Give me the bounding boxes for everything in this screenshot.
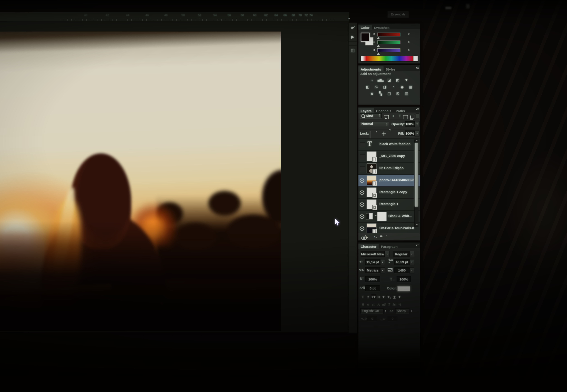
invert-icon[interactable]: ◙ <box>369 91 375 97</box>
filter-adjustment-icon[interactable]: ◐ <box>391 113 396 118</box>
exposure-icon[interactable]: ◩ <box>395 77 401 83</box>
selective-color-icon[interactable]: ⊠ <box>395 91 401 97</box>
workspace-switcher-button[interactable]: Essentials <box>387 11 409 18</box>
layer-thumbnail[interactable] <box>367 187 376 197</box>
visibility-eye-icon[interactable] <box>360 226 364 231</box>
visibility-eye-icon[interactable] <box>360 214 364 219</box>
blue-value[interactable]: 0 <box>403 48 410 52</box>
curves-icon[interactable]: ◪ <box>386 77 392 83</box>
scroll-down-icon[interactable]: ▼ <box>416 224 418 226</box>
layer-thumbnail[interactable] <box>367 199 376 209</box>
channel-mixer-icon[interactable]: ◉ <box>399 84 405 90</box>
blue-slider[interactable] <box>377 48 401 52</box>
gradient-map-icon[interactable]: ▥ <box>403 91 409 97</box>
actions-panel-icon[interactable]: ▶ <box>349 32 357 42</box>
spectrum-white-swatch[interactable] <box>413 56 418 61</box>
filter-pixel-icon[interactable] <box>384 114 389 120</box>
vertical-scale-field[interactable]: 100% <box>365 276 380 282</box>
layer-thumbnail[interactable] <box>367 163 376 173</box>
levels-icon[interactable]: ▅▇▃ <box>377 77 384 83</box>
superscript-button[interactable]: T¹ <box>381 294 387 300</box>
ligatures-button[interactable]: fi <box>360 302 365 307</box>
layer-row[interactable]: T black white fashion <box>359 139 420 151</box>
layer-mask-thumbnail[interactable] <box>377 212 387 221</box>
layer-row[interactable]: 02 Com Edição <box>359 163 420 175</box>
color-spectrum-ramp[interactable] <box>360 56 418 62</box>
lock-transparency-icon[interactable] <box>370 132 371 138</box>
visibility-toggle-off[interactable] <box>360 142 365 147</box>
swash-button[interactable]: T <box>387 302 392 307</box>
font-style-field[interactable]: Regular <box>393 251 409 257</box>
filter-smart-object-icon[interactable] <box>409 113 414 120</box>
layer-row[interactable]: Rectangle 1 <box>359 199 420 211</box>
tab-color[interactable]: Color <box>359 25 372 30</box>
layer-thumbnail[interactable] <box>367 175 376 185</box>
language-dropdown[interactable]: English: UK <box>360 308 384 314</box>
layer-thumbnail[interactable] <box>367 152 376 161</box>
layer-thumbnail[interactable] <box>367 224 376 233</box>
color-balance-icon[interactable]: ⚖ <box>373 84 379 90</box>
stylistic-alternates-button[interactable]: A <box>376 302 381 307</box>
panel-menu-icon[interactable]: ▾☰ <box>416 66 419 69</box>
font-size-field[interactable]: 15,14 pt <box>365 259 380 265</box>
font-family-dropdown-icon[interactable]: ▼ <box>385 251 389 257</box>
tracking-field[interactable]: 1480 <box>394 267 409 273</box>
layer-row[interactable]: Rectangle 1 copy <box>359 187 420 199</box>
visibility-toggle-off[interactable] <box>360 166 365 171</box>
kerning-dropdown-icon[interactable]: ▼ <box>380 267 385 273</box>
ordinals-button[interactable]: 1st <box>392 302 397 307</box>
tab-character[interactable]: Character <box>359 244 379 249</box>
tab-styles[interactable]: Styles <box>383 66 398 71</box>
leading-dropdown-icon[interactable]: ▼ <box>409 259 414 265</box>
me-value-field[interactable]: 0 <box>388 316 398 321</box>
filter-kind-dropdown[interactable]: Kind ▲▼ <box>360 113 382 118</box>
faux-italic-button[interactable]: T <box>365 294 371 300</box>
subscript-button[interactable]: T₁ <box>387 294 392 300</box>
visibility-eye-icon[interactable] <box>360 190 364 195</box>
history-panel-icon[interactable]: ▰ʹ <box>349 23 357 32</box>
me-value-field[interactable]: 0 <box>367 316 377 321</box>
adjustment-layer-icon[interactable] <box>366 213 373 219</box>
anti-alias-dropdown[interactable]: Sharp <box>395 308 410 314</box>
layer-row[interactable]: ⚯ Black & Whit... <box>359 211 420 223</box>
underline-button[interactable]: T <box>392 294 397 300</box>
kerning-field[interactable]: Metrics <box>365 267 380 273</box>
red-value[interactable]: 0 <box>403 32 410 36</box>
titling-alternates-button[interactable]: aā <box>381 302 387 307</box>
photo-filter-icon[interactable]: ◔ <box>390 84 396 90</box>
panel-menu-icon[interactable]: ▾☰ <box>416 244 419 247</box>
font-style-dropdown-icon[interactable]: ▼ <box>409 251 414 257</box>
font-size-dropdown-icon[interactable]: ▼ <box>380 259 385 265</box>
filter-toggle[interactable] <box>416 113 419 119</box>
scrollbar-thumb[interactable] <box>415 143 418 207</box>
red-slider[interactable] <box>377 33 401 36</box>
threshold-icon[interactable]: ◫ <box>386 91 392 97</box>
document-canvas[interactable] <box>0 31 281 331</box>
visibility-toggle-off[interactable] <box>360 154 365 159</box>
black-white-icon[interactable]: ◨ <box>382 84 388 90</box>
leading-field[interactable]: 46,59 pt <box>394 259 409 265</box>
all-caps-button[interactable]: TT <box>371 294 376 299</box>
collapse-panels-icon[interactable]: «« <box>347 16 350 20</box>
visibility-eye-icon[interactable] <box>360 179 364 183</box>
faux-bold-button[interactable]: T <box>360 294 365 300</box>
contextual-alternates-button[interactable]: ơ <box>365 302 371 307</box>
3d-panel-icon[interactable]: ◫ <box>349 45 357 55</box>
visibility-eye-icon[interactable] <box>360 202 364 207</box>
fill-value[interactable]: 100% <box>405 131 415 137</box>
tab-paragraph[interactable]: Paragraph <box>379 244 400 249</box>
opacity-value[interactable]: 100% <box>405 121 415 127</box>
green-value[interactable]: 0 <box>403 40 410 44</box>
tab-swatches[interactable]: Swatches <box>372 25 392 30</box>
vibrance-icon[interactable]: ▼ <box>403 77 409 83</box>
green-slider[interactable] <box>377 41 401 44</box>
layers-scrollbar[interactable] <box>414 140 418 227</box>
filter-type-icon[interactable]: T <box>397 113 403 118</box>
font-family-field[interactable]: Microsoft New ... <box>361 251 385 257</box>
hue-saturation-icon[interactable]: ◧ <box>365 84 371 90</box>
fill-dropdown-icon[interactable]: ▼ <box>415 131 420 137</box>
scroll-up-icon[interactable]: ▲ <box>416 139 418 141</box>
new-adjustment-layer-icon[interactable]: ◐. <box>374 235 377 238</box>
opacity-dropdown-icon[interactable]: ▼ <box>415 121 420 127</box>
horizontal-scale-field[interactable]: 100% <box>397 276 411 282</box>
